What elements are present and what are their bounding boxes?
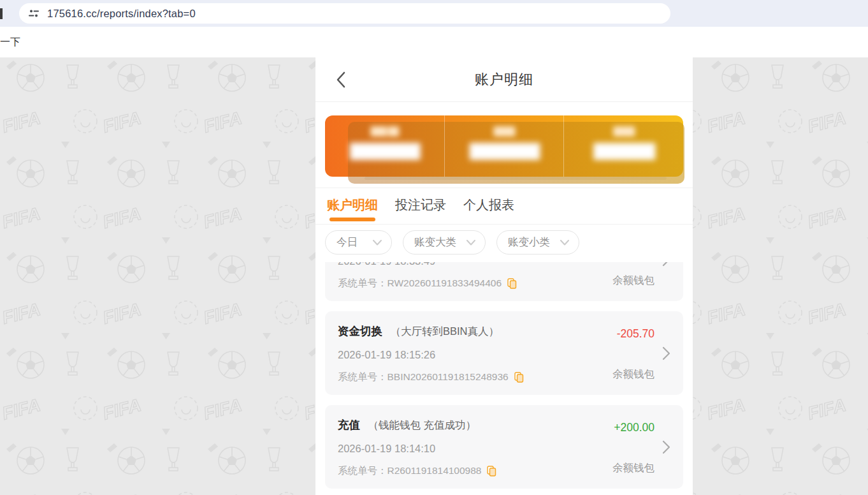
balance-value-blurred: ████████ [470, 143, 539, 159]
tab-bet-records[interactable]: 投注记录 [395, 196, 446, 224]
transaction-note: （钱能钱包 充值成功） [368, 419, 476, 431]
tab-personal-report[interactable]: 个人报表 [463, 196, 514, 224]
filter-date-dropdown[interactable]: 今日 [325, 230, 392, 255]
transaction-amount: -205.70 [617, 326, 655, 341]
transaction-list[interactable]: 2026-01-19 18:33:49 系统单号： RW202601191833… [315, 262, 693, 495]
window-edge-fragment [0, 8, 3, 19]
filter-major-type-label: 账变大类 [414, 235, 456, 249]
bookmark-text-fragment[interactable]: 一下 [0, 36, 20, 49]
order-label: 系统单号： [338, 277, 387, 290]
chevron-right-icon [662, 346, 670, 360]
order-number: BBIN202601191815248936 [387, 371, 509, 383]
chevron-right-icon [662, 440, 670, 454]
transaction-type: 充值 [338, 418, 360, 431]
chevron-down-icon [560, 240, 569, 246]
transaction-datetime: 2026-01-19 18:14:10 [338, 441, 596, 455]
transaction-wallet: 余额钱包 [612, 273, 655, 287]
balance-label-blurred: ███ ██ [371, 126, 399, 136]
panel-header: 账户明细 [315, 57, 693, 102]
balance-label-blurred: ████ [613, 126, 634, 136]
order-number: RW202601191833494406 [387, 277, 502, 290]
bookmark-strip: 一下 [0, 27, 868, 57]
balance-value-blurred: ███████ [593, 143, 654, 159]
chevron-down-icon [373, 240, 382, 246]
filters-row: 今日 账变大类 账变小类 [315, 225, 693, 262]
balance-column: ███ ██ ████████ [325, 115, 444, 177]
url-text[interactable]: 175616.cc/reports/index?tab=0 [47, 8, 196, 20]
copy-icon[interactable] [487, 466, 496, 477]
filter-minor-type-dropdown[interactable]: 账变小类 [496, 230, 579, 255]
transaction-note: （大厅转到BBIN真人） [390, 325, 499, 337]
balance-card-section: ███ ██ ████████ ████ ████████ ████ █████… [315, 102, 693, 188]
transaction-wallet: 余额钱包 [612, 367, 655, 381]
transaction-type: 资金切换 [338, 325, 382, 337]
tabs-row: 账户明细 投注记录 个人报表 [315, 188, 693, 225]
balance-label-blurred: ████ [494, 126, 515, 136]
back-button[interactable] [332, 71, 350, 89]
chevron-right-icon [662, 262, 670, 267]
filter-major-type-dropdown[interactable]: 账变大类 [403, 230, 486, 255]
copy-icon[interactable] [507, 278, 517, 289]
transaction-item[interactable]: 充值 （钱能钱包 充值成功） 2026-01-19 18:14:10 系统单号：… [325, 405, 683, 489]
transaction-datetime: 2026-01-19 18:33:49 [338, 262, 596, 268]
tab-account-detail[interactable]: 账户明细 [327, 196, 378, 224]
transaction-wallet: 余额钱包 [612, 461, 655, 475]
transaction-datetime: 2026-01-19 18:15:26 [338, 348, 596, 362]
account-detail-panel: 账户明细 ███ ██ ████████ ████ ████████ ████ … [315, 57, 693, 495]
site-settings-icon[interactable] [28, 8, 40, 19]
copy-icon[interactable] [514, 372, 524, 383]
transaction-item[interactable]: 资金切换 （大厅转到BBIN真人） 2026-01-19 18:15:26 系统… [325, 311, 683, 395]
balance-value-blurred: ████████ [350, 143, 419, 159]
order-label: 系统单号： [338, 464, 387, 477]
balance-column: ████ ███████ [563, 115, 683, 177]
browser-top-bar: 175616.cc/reports/index?tab=0 [0, 0, 868, 27]
order-number: R2601191814100988 [387, 464, 482, 477]
transaction-amount: +200.00 [614, 420, 655, 435]
transaction-item[interactable]: 2026-01-19 18:33:49 系统单号： RW202601191833… [325, 262, 683, 301]
address-bar[interactable]: 175616.cc/reports/index?tab=0 [19, 3, 670, 24]
page-title: 账户明细 [475, 70, 533, 89]
balance-card: ███ ██ ████████ ████ ████████ ████ █████… [325, 115, 683, 177]
filter-minor-type-label: 账变小类 [508, 235, 550, 249]
balance-column: ████ ████████ [444, 115, 564, 177]
chevron-down-icon [467, 240, 475, 246]
order-label: 系统单号： [338, 371, 387, 383]
filter-date-label: 今日 [336, 235, 358, 249]
